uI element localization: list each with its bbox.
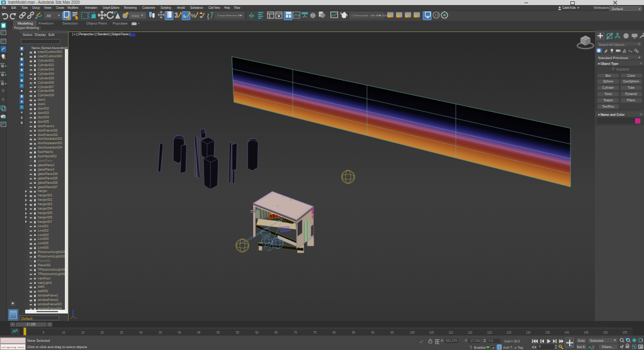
svg-text:C:\Users\cale...\3ds Max 2020: C:\Users\cale...\3ds Max 2020 — [352, 14, 388, 17]
svg-text:{: { — [207, 13, 209, 20]
svg-text:A: A — [4, 56, 6, 60]
svg-text:View: View — [132, 14, 139, 18]
svg-text:All: All — [47, 14, 51, 18]
svg-text:proc: proc — [1, 62, 5, 65]
svg-text:rail: rail — [1, 80, 4, 82]
svg-text:%: % — [191, 13, 196, 19]
svg-text:atom: atom — [1, 71, 6, 74]
svg-text:13: 13 — [434, 13, 438, 17]
svg-text:3: 3 — [174, 12, 178, 19]
svg-text:ь: ь — [183, 13, 186, 19]
svg-text:Create Selection Set: Create Selection Set — [217, 14, 242, 17]
